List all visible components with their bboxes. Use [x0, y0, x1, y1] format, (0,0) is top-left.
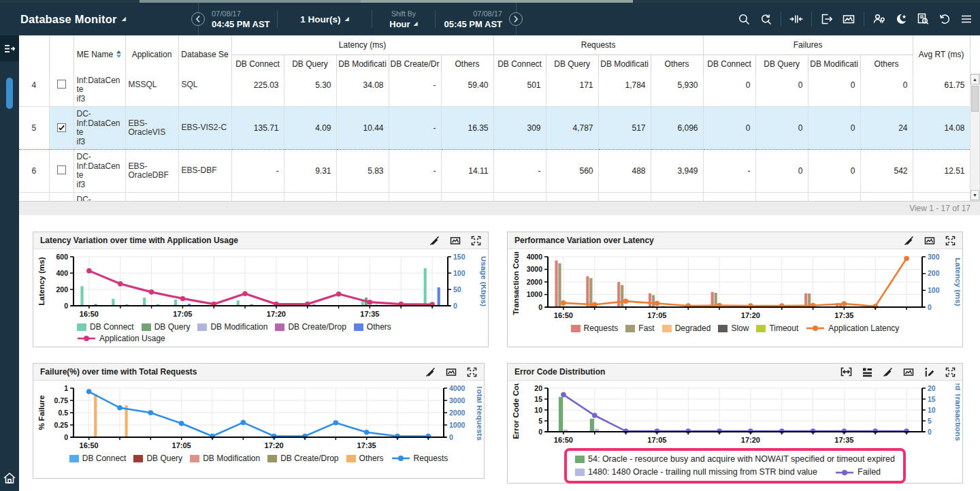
- legend-item: DB Connect: [77, 322, 134, 332]
- metric-cell: -: [808, 193, 860, 202]
- duration-dropdown[interactable]: 1 Hour(s) ◢: [278, 14, 372, 25]
- application-cell: XenAppMSSC: [125, 193, 178, 202]
- time-back-button[interactable]: [191, 12, 205, 26]
- home-icon[interactable]: [3, 472, 16, 486]
- divider: [781, 12, 781, 27]
- svg-text:100: 100: [453, 269, 466, 277]
- row-checkbox-cell[interactable]: [49, 150, 74, 193]
- legend-item: DB Query: [133, 454, 182, 463]
- report-preview-icon[interactable]: [916, 12, 930, 26]
- svg-text:17:20: 17:20: [267, 310, 286, 318]
- row-checkbox-cell[interactable]: [49, 193, 74, 202]
- metric-cell: -: [231, 193, 284, 202]
- column-header[interactable]: ME Name: [74, 35, 125, 74]
- column-header: DB Query: [284, 54, 336, 74]
- shift-by-dropdown[interactable]: Hour ◢: [379, 19, 428, 29]
- legend-item: DB Create/Drop: [267, 454, 338, 463]
- svg-text:0: 0: [449, 433, 453, 441]
- legend-item: DB Connect: [69, 454, 127, 463]
- table-row[interactable]: 7DC-Inf:DataCenteif3XenAppMSSCXenAppSQL-…: [19, 193, 970, 202]
- threshold-toggle-icon[interactable]: [429, 236, 440, 246]
- error-code-chart: 051015200510152016:5017:0517:2017:35Erro…: [510, 383, 960, 446]
- undo-icon[interactable]: [938, 12, 951, 26]
- metric-cell: 1,784: [598, 74, 651, 107]
- metric-cell: -: [389, 150, 441, 193]
- time-navigation: 07/08/17 04:45 PM AST 1 Hour(s) ◢ Shift …: [191, 3, 523, 35]
- color-swatch-icon: [571, 325, 581, 332]
- column-header: DB Connect: [231, 54, 284, 74]
- save-image-icon[interactable]: [924, 236, 935, 246]
- metric-cell: 135.71: [231, 107, 284, 150]
- column-header: Others: [860, 54, 913, 74]
- save-image-icon[interactable]: [450, 236, 461, 246]
- table-row[interactable]: 6DC-Inf:DataCenteif3EBS-OracleDBFEBS-DBF…: [19, 150, 970, 193]
- table-header: ME NameApplicationDatabase SeLatency (ms…: [19, 35, 980, 74]
- page-title-menu[interactable]: Database Monitor ◢: [20, 3, 126, 35]
- checkbox[interactable]: [57, 80, 66, 89]
- color-swatch-icon: [354, 323, 363, 331]
- legend-item: Others: [354, 322, 391, 332]
- enlarge-icon[interactable]: [945, 236, 956, 246]
- enlarge-icon[interactable]: [945, 367, 956, 377]
- svg-text:Error Code Cou: Error Code Cou: [512, 383, 520, 439]
- color-swatch-icon: [69, 455, 79, 462]
- column-header: Database Se: [178, 35, 231, 74]
- collapse-panels-icon[interactable]: [789, 12, 803, 26]
- time-forward-button[interactable]: [509, 12, 523, 26]
- panel-header: Failure(%) over time with Total Requests: [33, 364, 484, 381]
- svg-text:16:50: 16:50: [80, 310, 99, 318]
- row-checkbox-cell[interactable]: [49, 107, 74, 150]
- svg-text:0: 0: [453, 302, 457, 310]
- svg-text:4000: 4000: [527, 253, 543, 261]
- menu-icon[interactable]: [960, 12, 973, 26]
- legend-view-icon[interactable]: [862, 367, 872, 377]
- legend-item: 1480: 1480 Oracle - trailing null missin…: [575, 466, 817, 479]
- metric-cell: 5.30: [284, 74, 336, 107]
- export-icon[interactable]: [820, 12, 834, 26]
- header-toolbar: [737, 3, 973, 35]
- metric-cell: -: [336, 193, 389, 202]
- svg-text:15: 15: [928, 395, 936, 403]
- save-image-icon[interactable]: [903, 367, 914, 377]
- scrollbar-thumb[interactable]: [971, 86, 979, 112]
- color-swatch-icon: [575, 469, 585, 476]
- table-row[interactable]: 4DC-Inf:DataCenteif3MSSQLSQL225.035.3034…: [19, 74, 970, 107]
- legend-item: 54: Oracle - resource busy and acquire w…: [575, 453, 895, 466]
- enlarge-icon[interactable]: [471, 236, 481, 246]
- svg-text:200: 200: [56, 285, 68, 294]
- image-export-icon[interactable]: [842, 12, 855, 26]
- search-icon[interactable]: [737, 12, 751, 26]
- row-checkbox-cell[interactable]: [49, 74, 74, 107]
- metric-cell: 13.77: [913, 193, 970, 202]
- svg-text:0.5: 0.5: [58, 409, 68, 417]
- merge-graph-icon[interactable]: [840, 367, 852, 377]
- scroll-down-button[interactable]: ▼: [970, 190, 979, 200]
- legend-item: Application Latency: [806, 323, 899, 333]
- sort-icon[interactable]: [116, 50, 122, 59]
- scroll-up-button[interactable]: ▲: [970, 74, 979, 84]
- svg-text:20: 20: [928, 384, 936, 392]
- expand-menu-icon[interactable]: [0, 35, 19, 61]
- threshold-toggle-icon[interactable]: [904, 236, 914, 246]
- user-location-icon[interactable]: [872, 12, 886, 26]
- checkbox[interactable]: [57, 165, 66, 174]
- panel-failure-requests: Failure(%) over time with Total Requests…: [33, 363, 485, 479]
- enlarge-icon[interactable]: [467, 367, 477, 377]
- threshold-toggle-icon[interactable]: [883, 367, 893, 377]
- search-refresh-icon[interactable]: [759, 12, 772, 26]
- chevron-down-icon: ◢: [414, 21, 418, 27]
- line-marker-icon: [391, 455, 410, 462]
- failure-requests-chart: 00.250.50.7510100020003000400016:5017:05…: [35, 383, 482, 452]
- line-marker-icon: [806, 325, 825, 332]
- sidebar-scroll-indicator[interactable]: [6, 78, 13, 109]
- theme-moon-star-icon[interactable]: [894, 12, 908, 26]
- line-marker-icon: [835, 469, 854, 476]
- checkbox[interactable]: [57, 123, 66, 132]
- save-image-icon[interactable]: [446, 367, 457, 377]
- table-vertical-scrollbar[interactable]: ▲ ▼: [970, 74, 980, 201]
- metric-cell: 6,096: [651, 107, 703, 150]
- edit-annotations-icon[interactable]: [924, 367, 935, 377]
- legend-item: DB Create/Drop: [275, 322, 346, 332]
- table-row[interactable]: 5DC-Inf:DataCenteif3EBS-OracleVISEBS-VIS…: [19, 107, 970, 150]
- threshold-toggle-icon[interactable]: [425, 367, 436, 377]
